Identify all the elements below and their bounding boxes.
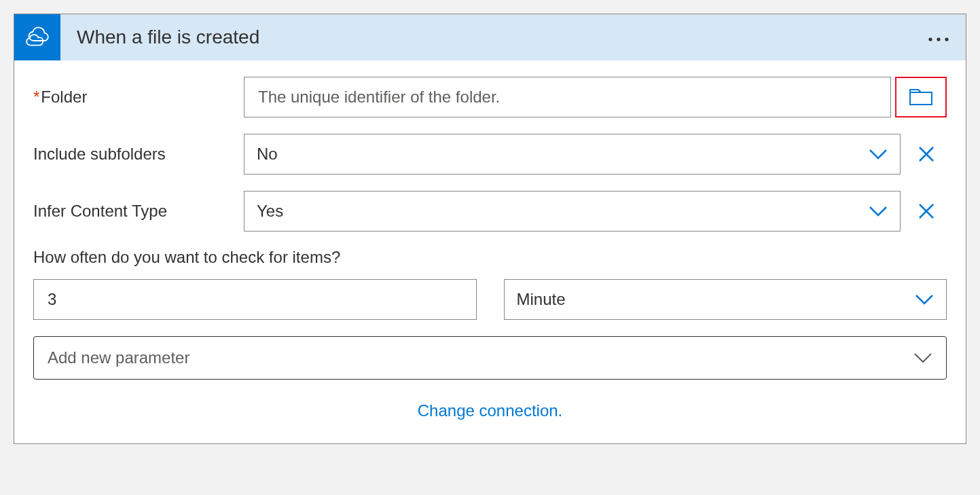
chevron-down-icon bbox=[913, 352, 932, 364]
add-new-parameter-select[interactable]: Add new parameter bbox=[33, 336, 947, 380]
change-connection-link[interactable]: Change connection. bbox=[33, 396, 947, 427]
card-header[interactable]: When a file is created bbox=[14, 14, 966, 60]
frequency-select[interactable]: Minute bbox=[504, 279, 947, 320]
folder-row: *Folder bbox=[33, 77, 947, 117]
infer-content-type-row: Infer Content Type Yes bbox=[33, 191, 947, 232]
required-asterisk: * bbox=[33, 88, 39, 106]
remove-include-subfolders-button[interactable] bbox=[906, 134, 947, 175]
polling-label: How often do you want to check for items… bbox=[33, 248, 947, 267]
svg-point-1 bbox=[937, 37, 940, 41]
chevron-down-icon bbox=[915, 293, 934, 306]
remove-infer-content-type-button[interactable] bbox=[906, 191, 947, 232]
ellipsis-icon bbox=[928, 36, 949, 43]
folder-picker-button[interactable] bbox=[895, 77, 947, 117]
folder-icon bbox=[909, 87, 933, 107]
chevron-down-icon bbox=[869, 205, 888, 217]
infer-content-type-label: Infer Content Type bbox=[33, 202, 244, 221]
folder-label: *Folder bbox=[33, 88, 244, 107]
card-menu-button[interactable] bbox=[911, 28, 966, 47]
trigger-card: When a file is created *Folder Include s… bbox=[14, 14, 966, 444]
connector-icon-box bbox=[14, 14, 60, 60]
folder-input[interactable] bbox=[244, 77, 891, 117]
interval-input[interactable] bbox=[33, 279, 477, 320]
svg-point-2 bbox=[945, 37, 948, 41]
polling-row: Minute bbox=[33, 279, 947, 320]
infer-content-type-select[interactable]: Yes bbox=[244, 191, 901, 232]
svg-point-0 bbox=[928, 37, 932, 41]
card-title: When a file is created bbox=[77, 26, 911, 48]
chevron-down-icon bbox=[869, 148, 888, 160]
include-subfolders-label: Include subfolders bbox=[33, 145, 244, 164]
include-subfolders-select[interactable]: No bbox=[244, 134, 901, 175]
close-icon bbox=[918, 145, 935, 163]
close-icon bbox=[918, 202, 935, 220]
card-body: *Folder Include subfolders No bbox=[14, 60, 966, 443]
onedrive-icon bbox=[24, 24, 51, 51]
folder-input-field[interactable] bbox=[257, 87, 878, 107]
interval-input-field[interactable] bbox=[46, 289, 464, 310]
include-subfolders-row: Include subfolders No bbox=[33, 134, 947, 175]
